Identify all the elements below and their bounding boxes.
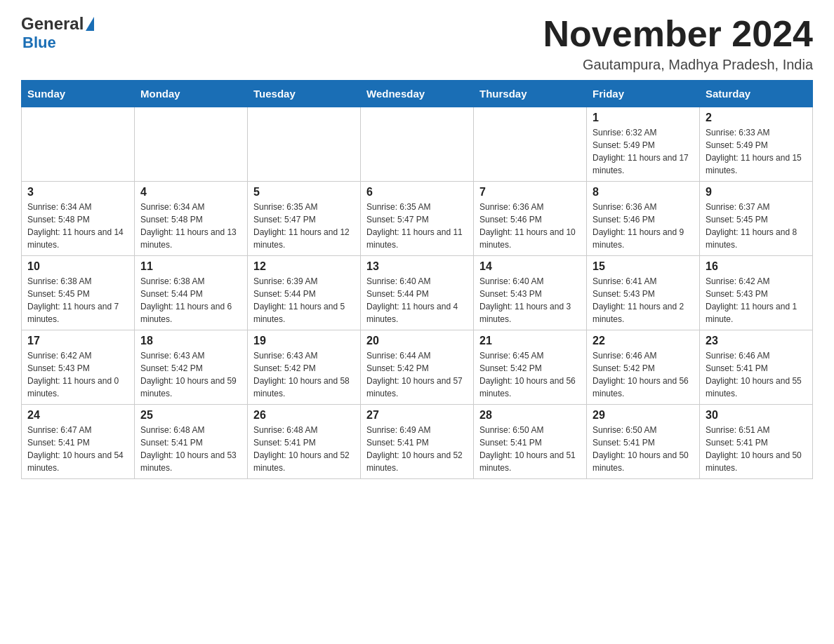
day-info: Sunrise: 6:45 AM Sunset: 5:42 PM Dayligh… (479, 349, 581, 400)
column-header-saturday: Saturday (700, 81, 813, 107)
day-number: 18 (140, 335, 241, 347)
column-header-friday: Friday (587, 81, 700, 107)
day-number: 9 (706, 186, 807, 199)
calendar-week-4: 17Sunrise: 6:42 AM Sunset: 5:43 PM Dayli… (22, 330, 813, 405)
day-info: Sunrise: 6:39 AM Sunset: 5:44 PM Dayligh… (253, 275, 355, 326)
column-header-thursday: Thursday (474, 81, 587, 107)
day-number: 21 (479, 335, 581, 347)
day-number: 28 (479, 409, 581, 422)
day-number: 14 (479, 260, 581, 273)
calendar-cell: 10Sunrise: 6:38 AM Sunset: 5:45 PM Dayli… (22, 256, 135, 330)
page-header: General Blue November 2024 Gautampura, M… (21, 14, 813, 73)
day-info: Sunrise: 6:50 AM Sunset: 5:41 PM Dayligh… (593, 424, 694, 474)
calendar-cell: 5Sunrise: 6:35 AM Sunset: 5:47 PM Daylig… (248, 182, 361, 256)
location-text: Gautampura, Madhya Pradesh, India (543, 57, 813, 73)
calendar-cell: 23Sunrise: 6:46 AM Sunset: 5:41 PM Dayli… (700, 330, 813, 405)
calendar-header-row: SundayMondayTuesdayWednesdayThursdayFrid… (22, 81, 813, 107)
calendar-table: SundayMondayTuesdayWednesdayThursdayFrid… (21, 80, 813, 479)
day-number: 4 (140, 186, 241, 199)
day-info: Sunrise: 6:40 AM Sunset: 5:43 PM Dayligh… (479, 275, 581, 326)
day-info: Sunrise: 6:36 AM Sunset: 5:46 PM Dayligh… (479, 201, 581, 251)
day-number: 3 (27, 186, 128, 199)
day-info: Sunrise: 6:34 AM Sunset: 5:48 PM Dayligh… (27, 201, 128, 251)
day-info: Sunrise: 6:48 AM Sunset: 5:41 PM Dayligh… (140, 424, 241, 474)
calendar-cell: 24Sunrise: 6:47 AM Sunset: 5:41 PM Dayli… (22, 405, 135, 479)
calendar-cell: 22Sunrise: 6:46 AM Sunset: 5:42 PM Dayli… (587, 330, 700, 405)
day-info: Sunrise: 6:41 AM Sunset: 5:43 PM Dayligh… (593, 275, 694, 326)
day-info: Sunrise: 6:34 AM Sunset: 5:48 PM Dayligh… (140, 201, 241, 251)
calendar-cell: 6Sunrise: 6:35 AM Sunset: 5:47 PM Daylig… (361, 182, 474, 256)
calendar-cell (22, 107, 135, 182)
logo-general-text: General (21, 14, 84, 34)
day-number: 19 (253, 335, 355, 347)
calendar-cell: 2Sunrise: 6:33 AM Sunset: 5:49 PM Daylig… (700, 107, 813, 182)
calendar-cell: 17Sunrise: 6:42 AM Sunset: 5:43 PM Dayli… (22, 330, 135, 405)
day-info: Sunrise: 6:49 AM Sunset: 5:41 PM Dayligh… (366, 424, 468, 474)
day-info: Sunrise: 6:33 AM Sunset: 5:49 PM Dayligh… (706, 126, 807, 177)
calendar-cell: 12Sunrise: 6:39 AM Sunset: 5:44 PM Dayli… (248, 256, 361, 330)
day-info: Sunrise: 6:40 AM Sunset: 5:44 PM Dayligh… (366, 275, 468, 326)
calendar-cell: 27Sunrise: 6:49 AM Sunset: 5:41 PM Dayli… (361, 405, 474, 479)
calendar-cell: 25Sunrise: 6:48 AM Sunset: 5:41 PM Dayli… (135, 405, 248, 479)
calendar-cell: 15Sunrise: 6:41 AM Sunset: 5:43 PM Dayli… (587, 256, 700, 330)
day-number: 26 (253, 409, 355, 422)
day-info: Sunrise: 6:48 AM Sunset: 5:41 PM Dayligh… (253, 424, 355, 474)
day-number: 7 (479, 186, 581, 199)
calendar-cell (248, 107, 361, 182)
calendar-cell: 14Sunrise: 6:40 AM Sunset: 5:43 PM Dayli… (474, 256, 587, 330)
calendar-cell (474, 107, 587, 182)
day-number: 30 (706, 409, 807, 422)
day-number: 10 (27, 260, 128, 273)
day-number: 15 (593, 260, 694, 273)
calendar-cell: 1Sunrise: 6:32 AM Sunset: 5:49 PM Daylig… (587, 107, 700, 182)
day-info: Sunrise: 6:42 AM Sunset: 5:43 PM Dayligh… (27, 349, 128, 400)
calendar-cell: 26Sunrise: 6:48 AM Sunset: 5:41 PM Dayli… (248, 405, 361, 479)
day-info: Sunrise: 6:37 AM Sunset: 5:45 PM Dayligh… (706, 201, 807, 251)
calendar-week-1: 1Sunrise: 6:32 AM Sunset: 5:49 PM Daylig… (22, 107, 813, 182)
day-info: Sunrise: 6:35 AM Sunset: 5:47 PM Dayligh… (253, 201, 355, 251)
column-header-tuesday: Tuesday (248, 81, 361, 107)
day-number: 1 (593, 112, 694, 124)
month-title: November 2024 (543, 14, 813, 54)
day-number: 17 (27, 335, 128, 347)
day-info: Sunrise: 6:51 AM Sunset: 5:41 PM Dayligh… (706, 424, 807, 474)
day-info: Sunrise: 6:38 AM Sunset: 5:44 PM Dayligh… (140, 275, 241, 326)
day-info: Sunrise: 6:43 AM Sunset: 5:42 PM Dayligh… (253, 349, 355, 400)
logo-triangle-icon (86, 17, 94, 31)
day-number: 23 (706, 335, 807, 347)
day-number: 12 (253, 260, 355, 273)
calendar-week-2: 3Sunrise: 6:34 AM Sunset: 5:48 PM Daylig… (22, 182, 813, 256)
logo-blue-text: Blue (22, 34, 56, 52)
calendar-cell: 13Sunrise: 6:40 AM Sunset: 5:44 PM Dayli… (361, 256, 474, 330)
day-number: 16 (706, 260, 807, 273)
day-info: Sunrise: 6:47 AM Sunset: 5:41 PM Dayligh… (27, 424, 128, 474)
calendar-cell: 19Sunrise: 6:43 AM Sunset: 5:42 PM Dayli… (248, 330, 361, 405)
day-number: 8 (593, 186, 694, 199)
calendar-cell: 7Sunrise: 6:36 AM Sunset: 5:46 PM Daylig… (474, 182, 587, 256)
calendar-cell: 11Sunrise: 6:38 AM Sunset: 5:44 PM Dayli… (135, 256, 248, 330)
day-info: Sunrise: 6:32 AM Sunset: 5:49 PM Dayligh… (593, 126, 694, 177)
calendar-cell: 9Sunrise: 6:37 AM Sunset: 5:45 PM Daylig… (700, 182, 813, 256)
day-number: 22 (593, 335, 694, 347)
column-header-wednesday: Wednesday (361, 81, 474, 107)
calendar-cell: 30Sunrise: 6:51 AM Sunset: 5:41 PM Dayli… (700, 405, 813, 479)
day-info: Sunrise: 6:38 AM Sunset: 5:45 PM Dayligh… (27, 275, 128, 326)
day-number: 29 (593, 409, 694, 422)
calendar-cell: 3Sunrise: 6:34 AM Sunset: 5:48 PM Daylig… (22, 182, 135, 256)
day-info: Sunrise: 6:43 AM Sunset: 5:42 PM Dayligh… (140, 349, 241, 400)
day-info: Sunrise: 6:44 AM Sunset: 5:42 PM Dayligh… (366, 349, 468, 400)
day-number: 2 (706, 112, 807, 124)
column-header-monday: Monday (135, 81, 248, 107)
calendar-cell: 4Sunrise: 6:34 AM Sunset: 5:48 PM Daylig… (135, 182, 248, 256)
day-number: 5 (253, 186, 355, 199)
title-section: November 2024 Gautampura, Madhya Pradesh… (543, 14, 813, 73)
calendar-cell: 20Sunrise: 6:44 AM Sunset: 5:42 PM Dayli… (361, 330, 474, 405)
calendar-week-3: 10Sunrise: 6:38 AM Sunset: 5:45 PM Dayli… (22, 256, 813, 330)
calendar-cell: 28Sunrise: 6:50 AM Sunset: 5:41 PM Dayli… (474, 405, 587, 479)
day-info: Sunrise: 6:35 AM Sunset: 5:47 PM Dayligh… (366, 201, 468, 251)
day-info: Sunrise: 6:42 AM Sunset: 5:43 PM Dayligh… (706, 275, 807, 326)
calendar-cell (135, 107, 248, 182)
day-number: 27 (366, 409, 468, 422)
calendar-cell: 29Sunrise: 6:50 AM Sunset: 5:41 PM Dayli… (587, 405, 700, 479)
day-number: 24 (27, 409, 128, 422)
